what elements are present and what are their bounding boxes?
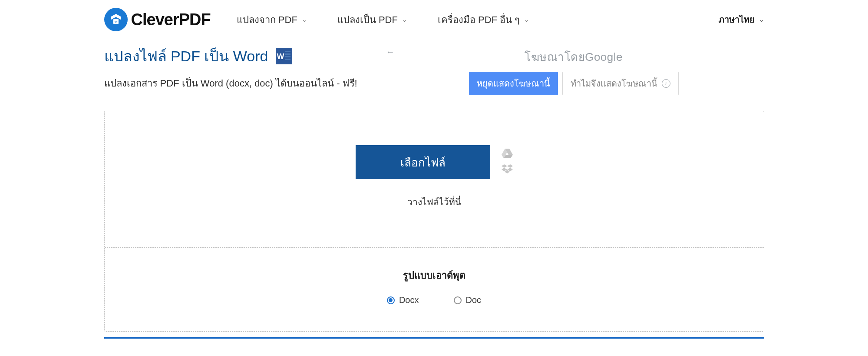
ad-title-brand: Google — [585, 50, 623, 63]
svg-rect-6 — [285, 59, 290, 60]
header: PDF CleverPDF แปลงจาก PDF ⌄ แปลงเป็น PDF… — [104, 0, 764, 44]
choose-file-button[interactable]: เลือกไฟล์ — [356, 145, 490, 179]
page-subtitle: แปลงเอกสาร PDF เป็น Word (docx, doc) ได้… — [104, 76, 357, 91]
word-icon: W — [276, 48, 292, 64]
output-format-title: รูปแบบเอาต์พุต — [105, 268, 764, 283]
radio-label: Docx — [399, 295, 419, 305]
nav-convert-from-pdf[interactable]: แปลงจาก PDF ⌄ — [237, 12, 307, 27]
nav-label: แปลงจาก PDF — [237, 12, 297, 27]
dropbox-icon[interactable] — [502, 164, 513, 176]
file-drop-zone[interactable]: เลือกไฟล์ — [105, 111, 764, 248]
radio-icon — [454, 296, 462, 304]
nav-other-pdf-tools[interactable]: เครื่องมือ PDF อื่น ๆ ⌄ — [438, 12, 529, 27]
svg-rect-3 — [285, 51, 290, 52]
output-format-options: Docx Doc — [105, 295, 764, 305]
language-label: ภาษาไทย — [719, 13, 755, 27]
logo[interactable]: PDF CleverPDF — [104, 8, 211, 31]
logo-icon: PDF — [104, 8, 128, 31]
ad-back-arrow-icon[interactable]: ← — [386, 47, 395, 57]
svg-rect-5 — [285, 56, 290, 57]
ad-title-prefix: โฆษณาโดย — [525, 50, 585, 63]
nav-convert-to-pdf[interactable]: แปลงเป็น PDF ⌄ — [337, 12, 407, 27]
chevron-down-icon: ⌄ — [524, 16, 529, 23]
ad-stop-button[interactable]: หยุดแสดงโฆษณานี้ — [469, 72, 558, 95]
title-row: แปลงไฟล์ PDF เป็น Word W แปลงเอกสาร PDF … — [104, 44, 764, 95]
nav-label: แปลงเป็น PDF — [337, 12, 398, 27]
chevron-down-icon: ⌄ — [402, 16, 407, 23]
language-selector[interactable]: ภาษาไทย ⌄ — [719, 13, 764, 27]
chevron-down-icon: ⌄ — [302, 16, 307, 23]
output-option-docx[interactable]: Docx — [387, 295, 419, 305]
drop-hint-text: วางไฟล์ไว้ที่นี่ — [407, 195, 461, 209]
cloud-source-icons — [502, 149, 513, 176]
nav-label: เครื่องมือ PDF อื่น ๆ — [438, 12, 520, 27]
svg-text:PDF: PDF — [114, 20, 118, 23]
info-icon: i — [662, 79, 670, 88]
title-block: แปลงไฟล์ PDF เป็น Word W แปลงเอกสาร PDF … — [104, 44, 357, 91]
output-option-doc[interactable]: Doc — [454, 295, 482, 305]
conversion-panel: เลือกไฟล์ — [104, 111, 764, 332]
svg-text:W: W — [277, 52, 284, 61]
radio-icon — [387, 296, 395, 304]
google-drive-icon[interactable] — [502, 149, 513, 160]
page-title: แปลงไฟล์ PDF เป็น Word — [104, 44, 268, 68]
ad-why-label: ทำไมจึงแสดงโฆษณานี้ — [571, 77, 657, 90]
svg-rect-4 — [285, 53, 290, 55]
logo-text: CleverPDF — [131, 10, 211, 29]
output-format-section: รูปแบบเอาต์พุต Docx Doc — [105, 248, 764, 331]
chevron-down-icon: ⌄ — [759, 16, 764, 23]
ad-title: โฆษณาโดยGoogle — [383, 48, 764, 66]
main-nav: แปลงจาก PDF ⌄ แปลงเป็น PDF ⌄ เครื่องมือ … — [237, 12, 693, 27]
ad-why-button[interactable]: ทำไมจึงแสดงโฆษณานี้ i — [562, 72, 679, 95]
progress-bar — [104, 337, 764, 339]
radio-label: Doc — [466, 295, 482, 305]
ad-panel: ← โฆษณาโดยGoogle หยุดแสดงโฆษณานี้ ทำไมจึ… — [383, 44, 764, 95]
